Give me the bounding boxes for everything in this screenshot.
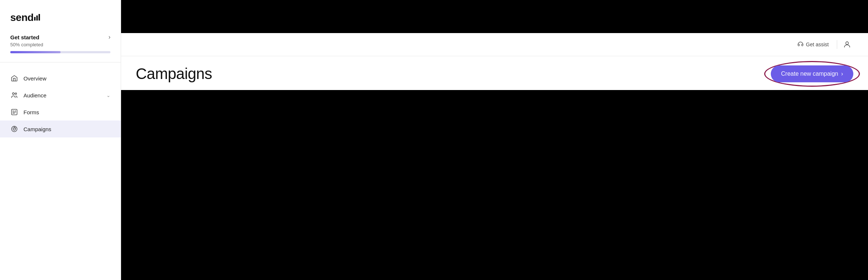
svg-point-10 xyxy=(846,42,848,44)
progress-bar-fill xyxy=(10,51,61,53)
user-icon xyxy=(843,40,851,49)
header-divider xyxy=(837,40,837,49)
progress-bar-background xyxy=(10,51,110,53)
sidebar-item-audience[interactable]: Audience ⌄ xyxy=(0,87,121,104)
get-started-chevron-icon[interactable]: › xyxy=(109,34,110,40)
top-banner xyxy=(121,0,868,33)
headphone-icon xyxy=(797,41,804,48)
get-assist-label: Get assist xyxy=(806,42,829,47)
page-title: Campaigns xyxy=(136,65,212,83)
logo-text: send xyxy=(10,12,33,24)
audience-chevron-icon: ⌄ xyxy=(106,93,110,98)
logo-bar-1 xyxy=(34,17,36,21)
content-area xyxy=(121,90,868,280)
main-content: Get assist Campaigns Create new campaign… xyxy=(121,0,868,280)
create-campaign-wrapper: Create new campaign › xyxy=(771,65,853,82)
forms-icon xyxy=(10,108,18,116)
create-campaign-chevron-icon: › xyxy=(841,71,843,77)
sidebar-item-forms[interactable]: Forms xyxy=(0,104,121,121)
create-campaign-label: Create new campaign xyxy=(781,71,838,77)
sidebar-item-campaigns-label: Campaigns xyxy=(23,126,51,132)
sidebar-item-overview[interactable]: Overview xyxy=(0,70,121,87)
sidebar-item-forms-label: Forms xyxy=(23,109,39,115)
get-started-section[interactable]: Get started › 50% completed xyxy=(0,34,121,62)
get-started-header: Get started › xyxy=(10,34,110,40)
svg-point-1 xyxy=(15,93,17,94)
get-started-title: Get started xyxy=(10,34,39,40)
create-new-campaign-button[interactable]: Create new campaign › xyxy=(771,65,853,82)
logo-icon xyxy=(34,14,40,21)
user-profile-button[interactable] xyxy=(841,38,853,51)
home-icon xyxy=(10,74,18,82)
logo-area: send xyxy=(0,0,121,34)
campaigns-icon xyxy=(10,125,18,133)
sidebar-item-overview-label: Overview xyxy=(23,75,47,82)
audience-icon xyxy=(10,91,18,99)
get-started-subtitle: 50% completed xyxy=(10,42,110,47)
logo-bar-2 xyxy=(36,15,38,21)
header-bar: Get assist xyxy=(121,33,868,56)
logo-bar-3 xyxy=(39,14,40,21)
sidebar: send Get started › 50% completed Overvie… xyxy=(0,0,121,280)
sidebar-item-campaigns[interactable]: Campaigns xyxy=(0,121,121,137)
get-assist-button[interactable]: Get assist xyxy=(793,39,833,50)
page-header: Campaigns Create new campaign › xyxy=(121,56,868,90)
nav-menu: Overview Audience ⌄ xyxy=(0,62,121,280)
sidebar-item-audience-label: Audience xyxy=(23,92,47,98)
svg-point-0 xyxy=(12,93,14,94)
